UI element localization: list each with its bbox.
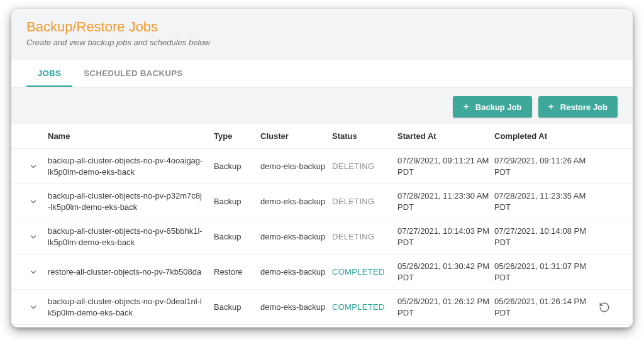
cell-name: backup-all-cluster-objects-no-pv-4ooaiga… [48, 155, 211, 177]
cell-type: Backup [214, 302, 258, 312]
main-panel: Backup/Restore Jobs Create and view back… [11, 9, 633, 327]
toolbar: + Backup Job + Restore Job [11, 87, 633, 124]
table-row: backup-all-cluster-objects-no-pv-4ooaiga… [11, 149, 633, 184]
cell-type: Restore [214, 267, 258, 277]
expand-row-toggle[interactable] [18, 303, 45, 312]
cell-cluster: demo-eks-backup [260, 231, 330, 243]
cell-completed-at: 07/29/2021, 09:11:26 AM PDT [494, 155, 589, 177]
cell-started-at: 05/26/2021, 01:30:42 PM PDT [397, 261, 492, 283]
backup-job-button-label: Backup Job [475, 102, 522, 112]
table-row: backup-all-cluster-objects-no-pv-65bbhk1… [11, 219, 633, 255]
plus-icon: + [463, 102, 469, 112]
cell-status: COMPLETED [332, 302, 395, 312]
cell-cluster: demo-eks-backup [260, 161, 330, 172]
chevron-down-icon [29, 268, 38, 277]
jobs-table: Name Type Cluster Status Started At Comp… [11, 124, 633, 327]
cell-cluster: demo-eks-backup [260, 266, 330, 278]
expand-row-toggle[interactable] [18, 268, 45, 277]
cell-status: DELETING [332, 197, 395, 206]
cell-name: backup-all-cluster-objects-no-pv-65bbhk1… [48, 226, 211, 248]
plus-icon: + [548, 102, 554, 112]
restore-job-button-label: Restore Job [560, 102, 608, 112]
table-row: backup-all-cluster-objects-no-pv-0deal1n… [11, 290, 633, 325]
cell-type: Backup [214, 232, 258, 241]
expand-row-toggle[interactable] [18, 233, 45, 241]
col-status: Status [332, 131, 395, 141]
cell-started-at: 07/27/2021, 10:14:03 PM PDT [397, 226, 492, 248]
chevron-down-icon [29, 197, 38, 206]
col-type: Type [214, 131, 258, 141]
expand-row-toggle[interactable] [18, 197, 45, 206]
tab-bar: JOBS SCHEDULED BACKUPS [11, 60, 633, 87]
cell-type: Backup [214, 197, 258, 206]
table-row: restore-all-cluster-objects-no-pv-7kb508… [11, 255, 633, 290]
cell-started-at: 07/28/2021, 11:23:30 AM PDT [397, 190, 492, 212]
restore-icon [599, 302, 610, 313]
cell-status: DELETING [332, 232, 395, 241]
col-started: Started At [397, 131, 492, 141]
col-name: Name [48, 131, 211, 141]
table-row: backup-all-cluster-objects-no-pv-eb38hg3… [11, 325, 633, 327]
cell-name: backup-all-cluster-objects-no-pv-p32m7c8… [48, 190, 211, 212]
restore-job-button[interactable]: + Restore Job [538, 96, 618, 118]
cell-started-at: 07/29/2021, 09:11:21 AM PDT [397, 155, 492, 177]
chevron-down-icon [29, 233, 38, 241]
table-header-row: Name Type Cluster Status Started At Comp… [11, 124, 633, 149]
cell-cluster: demo-eks-backup [260, 302, 330, 313]
restore-action-button[interactable] [591, 302, 618, 313]
cell-completed-at: 07/27/2021, 10:14:08 PM PDT [494, 226, 589, 248]
cell-completed-at: 05/26/2021, 01:26:14 PM PDT [494, 296, 589, 318]
cell-type: Backup [214, 162, 258, 171]
cell-name: backup-all-cluster-objects-no-pv-0deal1n… [48, 296, 211, 318]
chevron-down-icon [29, 303, 38, 312]
cell-completed-at: 05/26/2021, 01:31:07 PM PDT [494, 261, 589, 283]
cell-completed-at: 07/28/2021, 11:23:35 AM PDT [494, 190, 589, 212]
page-header: Backup/Restore Jobs Create and view back… [11, 9, 633, 60]
cell-started-at: 05/26/2021, 01:26:12 PM PDT [397, 296, 492, 318]
cell-status: DELETING [332, 162, 395, 171]
tab-scheduled-backups[interactable]: SCHEDULED BACKUPS [72, 60, 194, 87]
chevron-down-icon [29, 162, 38, 171]
col-cluster: Cluster [260, 131, 330, 141]
page-subtitle: Create and view backup jobs and schedule… [26, 38, 618, 47]
expand-row-toggle[interactable] [18, 162, 45, 171]
backup-job-button[interactable]: + Backup Job [453, 96, 531, 118]
cell-status: COMPLETED [332, 267, 395, 277]
table-row: backup-all-cluster-objects-no-pv-p32m7c8… [11, 184, 633, 219]
cell-name: restore-all-cluster-objects-no-pv-7kb508… [48, 266, 211, 278]
page-title: Backup/Restore Jobs [26, 19, 618, 35]
cell-cluster: demo-eks-backup [260, 196, 330, 207]
tab-jobs[interactable]: JOBS [26, 60, 72, 87]
col-completed: Completed At [494, 131, 589, 141]
